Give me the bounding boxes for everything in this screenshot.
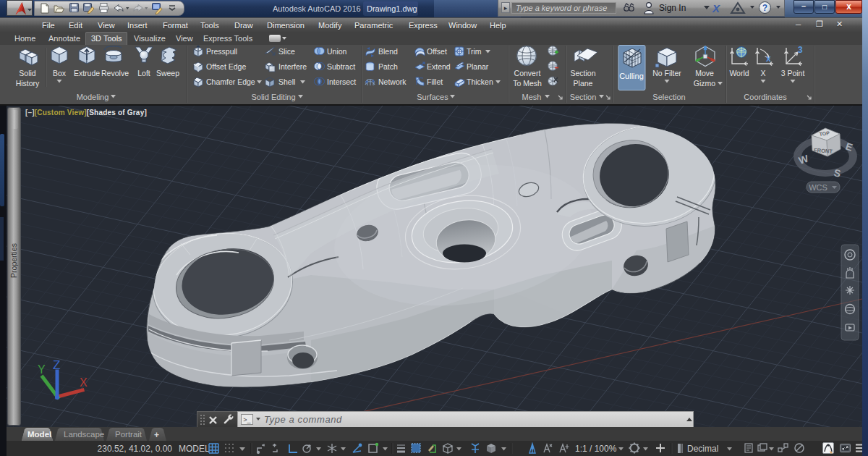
- svg-text:Network: Network: [378, 77, 407, 86]
- svg-text:FRONT: FRONT: [814, 147, 833, 155]
- svg-text:Slice: Slice: [278, 47, 295, 56]
- svg-text:Section: Section: [570, 69, 595, 77]
- svg-text:Surfaces: Surfaces: [417, 93, 448, 101]
- svg-text:Culling: Culling: [619, 72, 644, 80]
- svg-text:Chamfer Edge: Chamfer Edge: [206, 77, 255, 86]
- svg-text:To Mesh: To Mesh: [513, 79, 542, 88]
- svg-text:Move: Move: [695, 69, 714, 77]
- svg-text:x: x: [766, 54, 771, 64]
- svg-text:Intersect: Intersect: [327, 77, 356, 86]
- svg-text:Convert: Convert: [514, 69, 541, 77]
- svg-text:History: History: [16, 79, 40, 88]
- svg-text:Landscape: Landscape: [64, 430, 104, 439]
- svg-text:Offset: Offset: [427, 47, 447, 56]
- svg-text:Selection: Selection: [652, 93, 685, 101]
- svg-text:Z: Z: [53, 358, 60, 372]
- svg-text:Sweep: Sweep: [156, 69, 179, 77]
- svg-text:Solid: Solid: [19, 69, 36, 77]
- svg-text:Mesh: Mesh: [522, 93, 542, 101]
- svg-text:Shell: Shell: [278, 77, 295, 86]
- svg-text:Section: Section: [570, 93, 597, 101]
- svg-text:MODEL: MODEL: [179, 444, 210, 454]
- svg-text:No Filter: No Filter: [652, 69, 681, 77]
- svg-text:Presspull: Presspull: [206, 47, 237, 56]
- svg-text:X: X: [80, 376, 88, 389]
- svg-text:Portrait: Portrait: [115, 430, 142, 439]
- svg-text:Planar: Planar: [467, 62, 489, 71]
- svg-text:Modeling: Modeling: [77, 93, 109, 101]
- svg-text:Trim: Trim: [467, 47, 482, 56]
- svg-text:Fillet: Fillet: [427, 77, 443, 86]
- svg-text:Blend: Blend: [378, 47, 398, 56]
- svg-text:Coordinates: Coordinates: [744, 93, 787, 101]
- svg-text:Gizmo: Gizmo: [694, 79, 715, 88]
- svg-text:Thicken: Thicken: [467, 77, 493, 86]
- svg-text:Solid Editing: Solid Editing: [251, 93, 295, 101]
- svg-text:Extrude: Extrude: [74, 69, 100, 77]
- svg-text:S: S: [833, 166, 841, 180]
- svg-text:Extend: Extend: [427, 62, 451, 71]
- svg-text:Union: Union: [327, 47, 347, 56]
- svg-text:Patch: Patch: [378, 62, 398, 71]
- svg-text:Plane: Plane: [574, 79, 593, 88]
- svg-text:+: +: [154, 430, 159, 440]
- svg-text:Model: Model: [27, 430, 51, 439]
- svg-text:Decimal: Decimal: [687, 444, 718, 454]
- svg-text:Loft: Loft: [137, 69, 150, 77]
- svg-text:Offset Edge: Offset Edge: [206, 62, 246, 71]
- svg-text:3: 3: [798, 45, 803, 55]
- svg-text:230.52, 41.02, 0.00: 230.52, 41.02, 0.00: [98, 444, 173, 454]
- svg-text:Revolve: Revolve: [101, 69, 129, 77]
- svg-text:X: X: [760, 69, 765, 77]
- svg-text:Y: Y: [38, 363, 46, 376]
- svg-text:Interfere: Interfere: [278, 62, 307, 71]
- svg-text:3 Point: 3 Point: [781, 69, 805, 77]
- svg-text:Box: Box: [53, 69, 67, 77]
- svg-text:World: World: [729, 69, 749, 77]
- svg-text:Subtract: Subtract: [327, 62, 355, 71]
- svg-text:1:1 / 100%: 1:1 / 100%: [575, 444, 617, 454]
- svg-text:WCS: WCS: [809, 183, 827, 192]
